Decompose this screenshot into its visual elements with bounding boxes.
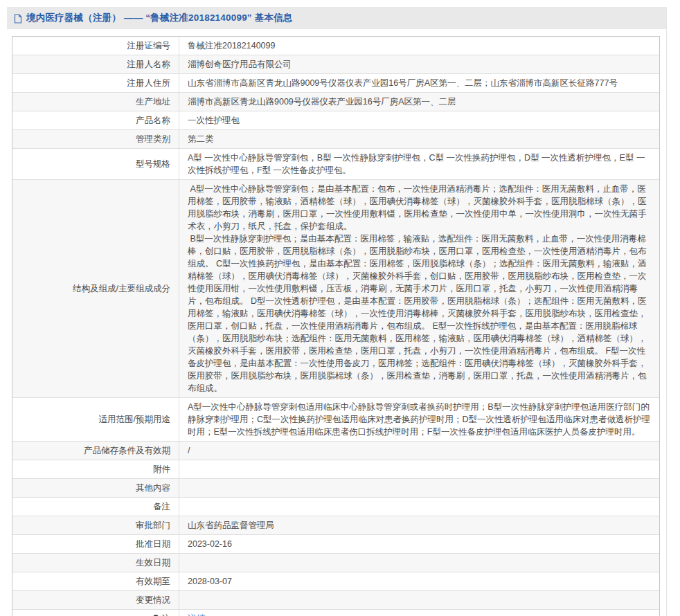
row-value-cell: 2028-03-07: [179, 572, 659, 590]
table-row: 审批部门山东省药品监督管理局: [12, 516, 659, 535]
row-label: 注册人名称: [127, 58, 171, 71]
table-row: 变更情况: [12, 591, 659, 610]
row-value-cell: A型一次性中心静脉导管穿刺包；是由基本配置：包布，一次性使用酒精消毒片；选配组件…: [179, 180, 659, 397]
row-label-cell: 批准日期: [12, 535, 179, 553]
row-label: 附件: [153, 463, 170, 475]
row-value-cell: 淄博创奇医疗用品有限公司: [179, 55, 659, 73]
row-value: 淄博市高新区青龙山路9009号仪器仪表产业园16号厂房A区第一、二层: [188, 96, 456, 108]
row-value: /: [188, 444, 190, 457]
table-row: 结构及组成/主要组成成分 A型一次性中心静脉导管穿刺包；是由基本配置：包布，一次…: [12, 180, 659, 398]
row-value-cell: 山东省淄博市高新区青龙山路9009号仪器仪表产业园16号厂房A区第一、二层；山东…: [179, 74, 659, 92]
row-label-cell: 注册证编号: [12, 37, 179, 55]
row-label: 注册证编号: [127, 39, 171, 52]
row-value: 鲁械注准20182140099: [188, 39, 275, 52]
row-label-cell: 注册人住所: [12, 74, 179, 92]
row-value-cell: 详情: [179, 610, 659, 616]
row-label: 批准日期: [136, 538, 170, 550]
table-row: 备注: [12, 498, 659, 516]
row-label: 产品储存条件及有效期: [84, 444, 170, 457]
row-value: A型一次性中心静脉导管穿刺包适用临床中心静脉导管穿刺或者换药时护理用；B型一次性…: [188, 401, 651, 438]
content-container: 境内医疗器械（注册） —— “鲁械注准20182140099” 基本信息 注册证…: [7, 7, 667, 616]
row-label-cell: 产品储存条件及有效期: [12, 442, 179, 460]
row-label-cell: 注册人名称: [12, 55, 179, 73]
table-row: 附件: [12, 460, 659, 479]
table-row: 生产地址淄博市高新区青龙山路9009号仪器仪表产业园16号厂房A区第一、二层: [12, 93, 659, 111]
page-header: 境内医疗器械（注册） —— “鲁械注准20182140099” 基本信息: [7, 7, 666, 29]
row-label: 生效日期: [136, 556, 170, 569]
table-row: 产品名称一次性护理包: [12, 111, 659, 130]
row-value: A型 一次性中心静脉导管穿刺包，B型 一次性静脉穿刺护理包，C型 一次性换药护理…: [188, 152, 651, 176]
row-label: 适用范围/预期用途: [99, 413, 170, 426]
row-value: 淄博创奇医疗用品有限公司: [188, 58, 292, 71]
row-label: 有效期至: [136, 575, 170, 588]
row-value: 2028-03-07: [188, 575, 232, 588]
table-row: 型号规格A型 一次性中心静脉导管穿刺包，B型 一次性静脉穿刺护理包，C型 一次性…: [12, 149, 659, 180]
row-value: 山东省药品监督管理局: [188, 519, 274, 532]
row-label: 结构及组成/主要组成成分: [73, 282, 170, 295]
row-value-cell: [179, 460, 659, 478]
row-label: 注: [162, 613, 171, 616]
table-row: 注册证编号鲁械注准20182140099: [12, 37, 659, 55]
row-value: 第二类: [188, 133, 214, 145]
row-label: 产品名称: [136, 114, 170, 127]
row-value-cell: /: [179, 442, 659, 460]
table-row: 产品储存条件及有效期/: [12, 442, 659, 460]
row-value-cell: [179, 479, 659, 497]
table-row: 生效日期: [12, 554, 659, 572]
row-label: 注册人住所: [127, 77, 171, 89]
row-label: 管理类别: [136, 133, 170, 145]
row-value-cell: 鲁械注准20182140099: [179, 37, 659, 55]
row-label-cell: 注: [12, 610, 179, 616]
table-row: 有效期至2028-03-07: [12, 572, 659, 591]
table-row: 注详情: [12, 610, 659, 616]
row-value-cell: [179, 591, 659, 609]
row-label: 其他内容: [136, 482, 170, 494]
row-value: 2023-02-16: [188, 538, 232, 550]
row-value: 一次性护理包: [188, 114, 240, 127]
page-title: 境内医疗器械（注册） —— “鲁械注准20182140099” 基本信息: [26, 12, 293, 24]
row-label-cell: 附件: [12, 460, 179, 478]
row-label-cell: 型号规格: [12, 149, 179, 179]
row-label-cell: 结构及组成/主要组成成分: [12, 180, 179, 397]
row-label: 审批部门: [136, 519, 170, 532]
table-row: 注册人名称淄博创奇医疗用品有限公司: [12, 55, 659, 74]
row-value-cell: [179, 554, 659, 572]
row-value-cell: 一次性护理包: [179, 111, 659, 129]
row-label-cell: 备注: [12, 498, 179, 516]
row-value: 山东省淄博市高新区青龙山路9009号仪器仪表产业园16号厂房A区第一、二层；山东…: [188, 77, 618, 89]
row-label-cell: 审批部门: [12, 516, 179, 534]
row-label-cell: 变更情况: [12, 591, 179, 609]
row-value-cell: 第二类: [179, 130, 659, 148]
table-row: 其他内容: [12, 479, 659, 498]
row-label: 生产地址: [136, 96, 170, 108]
row-label-cell: 生产地址: [12, 93, 179, 111]
table-row: 适用范围/预期用途A型一次性中心静脉导管穿刺包适用临床中心静脉导管穿刺或者换药时…: [12, 398, 659, 442]
row-label-cell: 适用范围/预期用途: [12, 398, 179, 441]
row-label: 变更情况: [136, 594, 170, 606]
row-value-cell: A型一次性中心静脉导管穿刺包适用临床中心静脉导管穿刺或者换药时护理用；B型一次性…: [179, 398, 659, 441]
row-value-cell: 2023-02-16: [179, 535, 659, 553]
table-row: 注册人住所山东省淄博市高新区青龙山路9009号仪器仪表产业园16号厂房A区第一、…: [12, 74, 659, 93]
row-label-cell: 其他内容: [12, 479, 179, 497]
row-value-cell: 山东省药品监督管理局: [179, 516, 659, 534]
table-row: 管理类别第二类: [12, 130, 659, 149]
row-value-cell: A型 一次性中心静脉导管穿刺包，B型 一次性静脉穿刺护理包，C型 一次性换药护理…: [179, 149, 659, 179]
info-table: 注册证编号鲁械注准20182140099注册人名称淄博创奇医疗用品有限公司注册人…: [12, 36, 660, 616]
row-value: A型一次性中心静脉导管穿刺包；是由基本配置：包布，一次性使用酒精消毒片；选配组件…: [188, 183, 651, 395]
row-value-cell: 淄博市高新区青龙山路9009号仪器仪表产业园16号厂房A区第一、二层: [179, 93, 659, 111]
row-label: 型号规格: [136, 158, 170, 170]
document-icon: [14, 14, 22, 24]
row-value-cell: [179, 498, 659, 516]
table-row: 批准日期2023-02-16: [12, 535, 659, 554]
row-label-cell: 有效期至: [12, 572, 179, 590]
row-label-cell: 生效日期: [12, 554, 179, 572]
row-label: 备注: [153, 500, 170, 513]
row-label-cell: 产品名称: [12, 111, 179, 129]
detail-link[interactable]: 详情: [188, 613, 206, 616]
row-label-cell: 管理类别: [12, 130, 179, 148]
